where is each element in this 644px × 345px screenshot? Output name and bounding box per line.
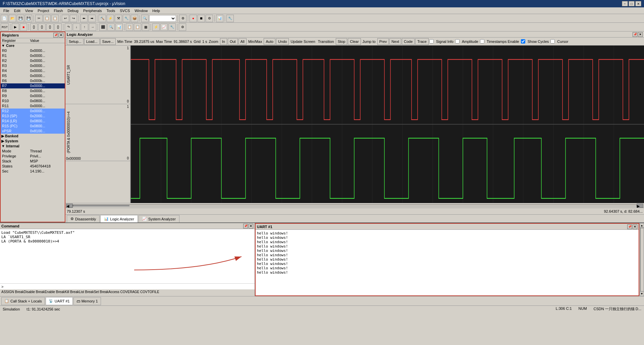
toolbar-nav-fwd[interactable]: ➡ (88, 15, 96, 22)
menu-debug[interactable]: Debug (66, 8, 80, 13)
menu-help[interactable]: Help (150, 8, 162, 13)
minimize-button[interactable]: − (622, 1, 628, 6)
toolbar-run-to[interactable]: → (89, 23, 96, 31)
tab-disassembly[interactable]: ⚙ Disassembly (67, 215, 100, 222)
toolbar-paste[interactable]: 📋 (51, 15, 59, 22)
toolbar-cmd2[interactable]: 🔍 (107, 23, 115, 31)
toolbar-save[interactable]: 💾 (17, 15, 24, 22)
core-expand-icon[interactable]: ▼ (1, 44, 5, 48)
la-zoom-out[interactable]: Out (228, 38, 238, 45)
la-undo[interactable]: Undo (276, 38, 289, 45)
la-pin-icon[interactable]: 📌 (633, 32, 637, 37)
banked-expand-icon[interactable]: ▶ (1, 134, 4, 138)
toolbar-open[interactable]: 📂 (9, 15, 16, 22)
toolbar-new[interactable]: 📄 (1, 15, 8, 22)
toolbar-save-all[interactable]: 💾 (25, 15, 32, 22)
toolbar-brace2[interactable]: {} (38, 23, 46, 31)
toolbar-search-dropdown[interactable] (149, 15, 176, 22)
toolbar-run[interactable]: ▶ (12, 23, 19, 31)
system-expand-icon[interactable]: ▶ (1, 139, 4, 143)
menu-edit[interactable]: Edit (12, 8, 22, 13)
toolbar-view2[interactable]: 📋 (134, 23, 141, 31)
toolbar-build2[interactable]: ⚡ (107, 15, 114, 22)
la-stop-btn[interactable]: Stop (336, 38, 347, 45)
scroll-thumb[interactable] (73, 205, 129, 206)
internal-expand-icon[interactable]: ▼ (1, 144, 5, 148)
toolbar-view1[interactable]: 📋 (126, 23, 133, 31)
la-load-btn[interactable]: Load... (84, 38, 100, 45)
menu-file[interactable]: File (1, 8, 11, 13)
tab-uart[interactable]: 📡 UART #1 (46, 297, 73, 305)
timestamps-checkbox[interactable] (480, 39, 484, 44)
uart-close-icon[interactable]: ✕ (633, 224, 637, 229)
la-zoom-in[interactable]: In (220, 38, 227, 45)
la-clear-btn[interactable]: Clear (348, 38, 361, 45)
menu-svcs[interactable]: SVCS (118, 8, 132, 13)
panel-pin-icon[interactable]: 📌 (53, 33, 58, 38)
uart-pin-icon[interactable]: 📌 (627, 224, 632, 229)
toolbar-build3[interactable]: ⚒ (115, 15, 122, 22)
la-prev-btn[interactable]: Prev (377, 38, 389, 45)
toolbar-step-out[interactable]: ↑ (81, 23, 88, 31)
la-code-btn[interactable]: Code (402, 38, 415, 45)
toolbar-build4[interactable]: 🔧 (123, 15, 130, 22)
toolbar-extra4[interactable]: ⚙ (179, 23, 186, 31)
scroll-up-btn[interactable]: ▲ (640, 223, 644, 228)
menu-project[interactable]: Project (36, 8, 51, 13)
la-scrollbar[interactable]: ◀ ▶ (65, 203, 644, 208)
maximize-button[interactable]: □ (629, 1, 635, 6)
toolbar-copy[interactable]: 📋 (43, 15, 51, 22)
toolbar-find[interactable]: 🔍 (141, 15, 149, 22)
cmd-close-icon[interactable]: ✕ (249, 224, 253, 228)
la-next-btn[interactable]: Next (389, 38, 401, 45)
toolbar-brace4[interactable]: {} (54, 23, 62, 31)
tab-logic-analyzer[interactable]: 📊 Logic Analyzer (100, 215, 138, 222)
toolbar-settings[interactable]: ⚙ (179, 15, 186, 22)
toolbar-cut[interactable]: ✂ (35, 15, 43, 22)
toolbar-build[interactable]: 🔨 (99, 15, 106, 22)
show-cycles-checkbox[interactable] (521, 39, 525, 44)
toolbar-extra2[interactable]: 📈 (160, 23, 168, 31)
toolbar-step-into[interactable]: ↓ (73, 23, 80, 31)
cmd-pin-icon[interactable]: 📌 (243, 224, 248, 228)
tab-memory[interactable]: 🗃 Memory 1 (73, 297, 101, 305)
toolbar-extra3[interactable]: 🔧 (168, 23, 176, 31)
scroll-v-track[interactable] (640, 228, 644, 291)
tab-call-stack[interactable]: 📋 Call Stack + Locals (1, 297, 45, 305)
la-trace-btn[interactable]: Trace (415, 38, 429, 45)
la-close-icon[interactable]: ✕ (638, 32, 643, 37)
la-zoom-all[interactable]: All (238, 38, 247, 45)
menu-tools[interactable]: Tools (105, 8, 117, 13)
toolbar-debug-start[interactable]: ● (190, 15, 197, 22)
scroll-left-btn[interactable]: ◀ (66, 204, 73, 208)
scroll-down-btn[interactable]: ▼ (640, 291, 644, 296)
la-save-btn[interactable]: Save... (100, 38, 116, 45)
toolbar-wrench[interactable]: 🔧 (226, 15, 234, 22)
scroll-track[interactable] (73, 205, 637, 207)
cursor-checkbox[interactable] (550, 39, 555, 44)
cmd-input-field[interactable] (5, 284, 253, 289)
toolbar-debug-settings[interactable]: ⚙ (206, 15, 213, 22)
toolbar-cmd1[interactable]: ⬛ (99, 23, 107, 31)
close-button[interactable]: ✕ (635, 1, 641, 6)
toolbar-extra1[interactable]: ⚡ (152, 23, 160, 31)
toolbar-cmd3[interactable]: 📊 (115, 23, 123, 31)
panel-close-icon[interactable]: ✕ (59, 33, 63, 38)
toolbar-step-over[interactable]: ↷ (65, 23, 72, 31)
toolbar-nav-back[interactable]: ⬅ (80, 15, 88, 22)
uart-scrollbar[interactable]: ▲ ▼ (639, 223, 644, 296)
la-auto[interactable]: Auto (264, 38, 275, 45)
toolbar-peripherals[interactable]: 📊 (216, 15, 223, 22)
tab-system-analyzer[interactable]: 📈 System Analyzer (139, 215, 179, 222)
toolbar-reset[interactable]: RST (1, 23, 9, 31)
signal-info-checkbox[interactable] (429, 39, 434, 44)
amplitude-checkbox[interactable] (455, 39, 460, 44)
toolbar-undo[interactable]: ↩ (62, 15, 69, 22)
scroll-right-btn[interactable]: ▶ (637, 204, 643, 208)
menu-peripherals[interactable]: Peripherals (81, 8, 104, 13)
toolbar-build5[interactable]: 📦 (131, 15, 138, 22)
toolbar-redo[interactable]: ↪ (70, 15, 77, 22)
toolbar-stop-debug[interactable]: ■ (20, 23, 27, 31)
toolbar-brace1[interactable]: {} (30, 23, 38, 31)
menu-window[interactable]: Window (132, 8, 150, 13)
